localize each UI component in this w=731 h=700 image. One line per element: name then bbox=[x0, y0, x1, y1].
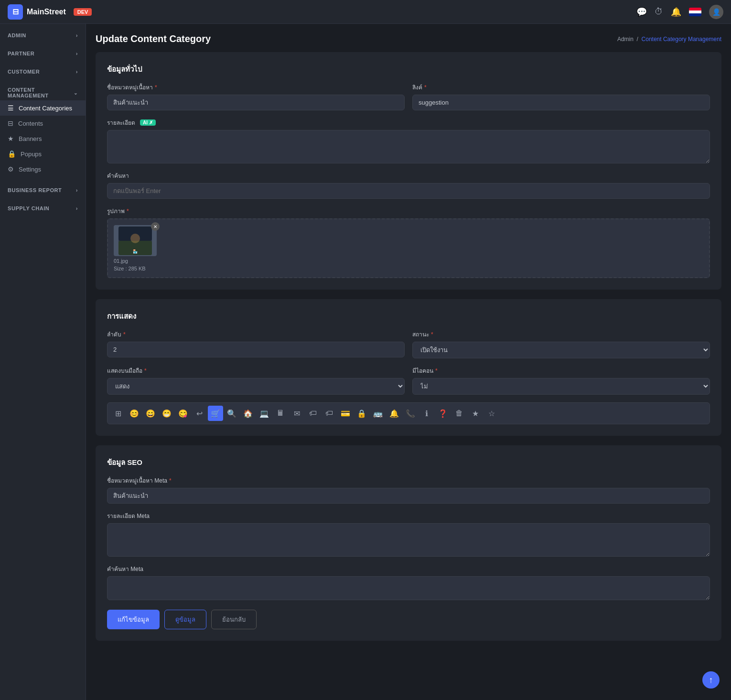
meta-detail-textarea[interactable] bbox=[107, 523, 710, 557]
icon-calc-btn[interactable]: 🖩 bbox=[273, 406, 288, 421]
grid-icon: ⊟ bbox=[8, 119, 13, 127]
sidebar-item-contents[interactable]: ⊟ Contents bbox=[0, 116, 86, 131]
name-link-row: ชื่อหมวดหมู่เนื้อหา * ลิงค์ * bbox=[107, 83, 710, 110]
icon-cart-btn[interactable]: 🛒 bbox=[208, 406, 223, 421]
avatar[interactable]: 👤 bbox=[709, 5, 723, 19]
gear-icon: ⚙ bbox=[8, 165, 14, 173]
detail-textarea[interactable] bbox=[107, 130, 710, 163]
sidebar-item-popups[interactable]: 🔒 Popups bbox=[0, 146, 86, 162]
bell-icon[interactable]: 🔔 bbox=[671, 7, 681, 17]
icon-mail-btn[interactable]: ✉ bbox=[289, 406, 304, 421]
icon-trash-btn[interactable]: 🗑 bbox=[452, 406, 467, 421]
chevron-right-icon: › bbox=[76, 188, 78, 193]
icon-star-filled-btn[interactable]: ★ bbox=[468, 406, 483, 421]
icon-star-outline-btn[interactable]: ☆ bbox=[484, 406, 499, 421]
breadcrumb-admin[interactable]: Admin bbox=[617, 36, 634, 43]
meta-name-label: ชื่อหมวดหมู่เนื้อหา Meta * bbox=[107, 476, 710, 485]
search-input[interactable] bbox=[107, 183, 710, 199]
has-icon-select[interactable]: ไม่ มี bbox=[412, 378, 710, 395]
sidebar-section-admin: ADMIN › bbox=[0, 24, 86, 42]
icon-search-btn[interactable]: 🔍 bbox=[224, 406, 239, 421]
action-buttons: แก้ไขข้อมูล ดูข้อมูล ย้อนกลับ bbox=[107, 610, 710, 629]
icon-desktop-btn[interactable]: 💻 bbox=[257, 406, 272, 421]
icon-smile2-btn[interactable]: 😄 bbox=[143, 406, 158, 421]
sidebar-item-content-categories[interactable]: ☰ Content Categories bbox=[0, 100, 86, 116]
show-mobile-group: แสดงบนมือถือ * แสดง ซ่อน bbox=[107, 366, 405, 395]
order-label: ลำดับ * bbox=[107, 330, 405, 339]
sidebar-section-customer: CUSTOMER › bbox=[0, 60, 86, 78]
sidebar-heading-customer[interactable]: CUSTOMER › bbox=[0, 65, 86, 76]
search-group: คำค้นหา bbox=[107, 171, 710, 199]
icon-undo-btn[interactable]: ↩ bbox=[192, 406, 207, 421]
meta-search-group: คำค้นหา Meta bbox=[107, 564, 710, 600]
meta-name-required: * bbox=[169, 477, 172, 484]
sidebar-item-settings[interactable]: ⚙ Settings bbox=[0, 162, 86, 177]
sidebar-heading-business-report[interactable]: BUSINESS REPORT › bbox=[0, 183, 86, 195]
sidebar-section-business-report: BUSINESS REPORT › bbox=[0, 179, 86, 197]
sidebar-heading-content-management[interactable]: CONTENT MANAGEMENT ⌄ bbox=[0, 83, 86, 100]
icon-smile3-btn[interactable]: 😁 bbox=[159, 406, 174, 421]
order-status-row: ลำดับ * สถานะ * เปิดใช้งาน ปิดใช้งาน bbox=[107, 330, 710, 358]
image-label: รูปภาพ * bbox=[107, 206, 710, 215]
sidebar-heading-supply-chain[interactable]: SUPPLY CHAIN › bbox=[0, 202, 86, 213]
back-button[interactable]: ย้อนกลับ bbox=[211, 610, 257, 629]
icon-bus-btn[interactable]: 🚌 bbox=[370, 406, 386, 421]
icon-card-btn[interactable]: 💳 bbox=[338, 406, 353, 421]
scroll-to-top-btn[interactable]: ↑ bbox=[702, 671, 720, 689]
icon-grid-btn[interactable]: ⊞ bbox=[110, 406, 126, 421]
brand-logo: ⊟ bbox=[8, 4, 23, 20]
env-badge: DEV bbox=[74, 8, 92, 16]
topnav-right: 💬 ⏱ 🔔 👤 bbox=[636, 5, 723, 19]
sidebar-item-banners[interactable]: ★ Banners bbox=[0, 131, 86, 146]
icon-tag2-btn[interactable]: 🏷 bbox=[322, 406, 337, 421]
ai-badge[interactable]: AI ✗ bbox=[140, 119, 156, 126]
svg-point-3 bbox=[130, 234, 140, 243]
icon-phone-btn[interactable]: 📞 bbox=[403, 406, 418, 421]
image-upload-area[interactable]: 🏪 ✕ 01.jpg Size : 285 KB bbox=[107, 218, 710, 278]
icon-info-btn[interactable]: ℹ bbox=[419, 406, 434, 421]
order-input[interactable] bbox=[107, 342, 405, 357]
name-input[interactable] bbox=[107, 95, 405, 110]
order-required: * bbox=[123, 331, 126, 338]
icon-help-btn[interactable]: ❓ bbox=[435, 406, 451, 421]
status-label: สถานะ * bbox=[412, 330, 710, 339]
sidebar-heading-partner[interactable]: PARTNER › bbox=[0, 47, 86, 58]
order-group: ลำดับ * bbox=[107, 330, 405, 358]
page-title: Update Content Category bbox=[96, 33, 211, 44]
view-button[interactable]: ดูข้อมูล bbox=[164, 610, 206, 629]
sidebar-item-label: Banners bbox=[19, 135, 42, 142]
meta-name-input[interactable] bbox=[107, 488, 710, 504]
show-mobile-select[interactable]: แสดง ซ่อน bbox=[107, 378, 405, 395]
status-group: สถานะ * เปิดใช้งาน ปิดใช้งาน bbox=[412, 330, 710, 358]
sidebar-heading-admin[interactable]: ADMIN › bbox=[0, 29, 86, 40]
icon-bell-btn[interactable]: 🔔 bbox=[387, 406, 402, 421]
list-icon: ☰ bbox=[8, 104, 14, 112]
search-label: คำค้นหา bbox=[107, 171, 710, 180]
edit-button[interactable]: แก้ไขข้อมูล bbox=[107, 610, 160, 629]
image-remove-btn[interactable]: ✕ bbox=[151, 222, 160, 231]
status-select[interactable]: เปิดใช้งาน ปิดใช้งาน bbox=[412, 342, 710, 358]
chevron-right-icon: › bbox=[76, 206, 78, 211]
icon-lock-btn[interactable]: 🔒 bbox=[354, 406, 369, 421]
main-content: Update Content Category Admin / Content … bbox=[86, 24, 731, 700]
show-mobile-label: แสดงบนมือถือ * bbox=[107, 366, 405, 375]
status-required: * bbox=[431, 331, 433, 338]
chevron-right-icon: › bbox=[76, 51, 78, 56]
meta-search-textarea[interactable] bbox=[107, 576, 710, 600]
link-input[interactable] bbox=[412, 95, 710, 110]
icon-tag1-btn[interactable]: 🏷 bbox=[305, 406, 321, 421]
icon-home-btn[interactable]: 🏠 bbox=[240, 406, 256, 421]
sidebar: ADMIN › PARTNER › CUSTOMER › CONTENT MAN… bbox=[0, 24, 86, 700]
sidebar-section-supply-chain: SUPPLY CHAIN › bbox=[0, 197, 86, 215]
chevron-right-icon: › bbox=[76, 33, 78, 38]
breadcrumb-row: Update Content Category Admin / Content … bbox=[96, 33, 721, 44]
language-flag[interactable] bbox=[689, 8, 701, 16]
icon-smile1-btn[interactable]: 😊 bbox=[127, 406, 142, 421]
chat-icon[interactable]: 💬 bbox=[636, 7, 647, 17]
breadcrumb-current: Content Category Management bbox=[642, 36, 721, 43]
sidebar-section-partner: PARTNER › bbox=[0, 42, 86, 60]
clock-icon[interactable]: ⏱ bbox=[655, 7, 663, 17]
image-required: * bbox=[127, 208, 129, 215]
breadcrumb: Admin / Content Category Management bbox=[617, 36, 721, 43]
icon-smile4-btn[interactable]: 😋 bbox=[175, 406, 191, 421]
